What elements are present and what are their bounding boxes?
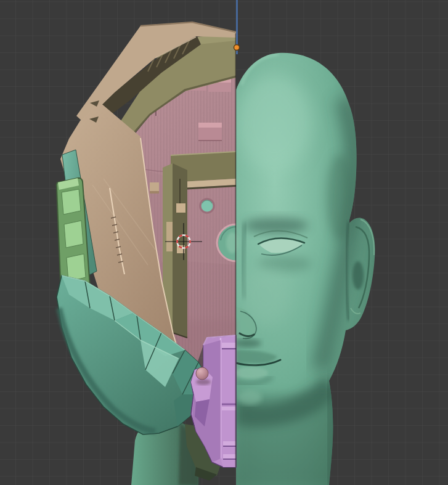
facet [221,335,236,467]
groove [223,454,236,459]
origin-dot[interactable] [234,45,240,51]
ball-shadow [196,379,211,385]
column-box [176,203,185,213]
column-slab [166,222,173,251]
groove [223,441,236,446]
vent-slat [64,221,83,248]
viewport-canvas[interactable] [0,0,448,485]
ball [196,367,208,380]
port-hole[interactable] [200,199,214,213]
groove [222,407,236,410]
3d-viewport-svg[interactable] [0,0,448,485]
vent-slat [62,189,81,214]
column-box-shadow [150,191,159,194]
groove [222,343,236,348]
